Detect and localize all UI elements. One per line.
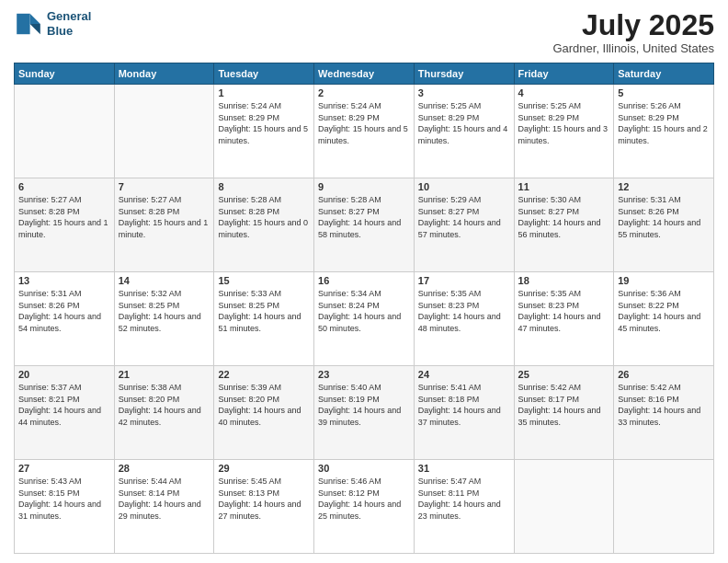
calendar-cell: 15Sunrise: 5:33 AM Sunset: 8:25 PM Dayli… [214, 272, 314, 366]
subtitle: Gardner, Illinois, United States [552, 41, 714, 55]
calendar-cell [514, 460, 614, 554]
calendar-cell: 9Sunrise: 5:28 AM Sunset: 8:27 PM Daylig… [314, 178, 415, 272]
cell-data: Sunrise: 5:26 AM Sunset: 8:29 PM Dayligh… [618, 100, 710, 146]
day-number: 26 [618, 369, 710, 380]
calendar-cell: 6Sunrise: 5:27 AM Sunset: 8:28 PM Daylig… [15, 178, 115, 272]
calendar-header-row: SundayMondayTuesdayWednesdayThursdayFrid… [15, 63, 714, 85]
day-number: 11 [518, 181, 610, 192]
calendar-cell: 5Sunrise: 5:26 AM Sunset: 8:29 PM Daylig… [614, 85, 714, 178]
calendar-cell: 30Sunrise: 5:46 AM Sunset: 8:12 PM Dayli… [314, 460, 415, 554]
cell-data: Sunrise: 5:31 AM Sunset: 8:26 PM Dayligh… [618, 194, 710, 240]
cell-data: Sunrise: 5:39 AM Sunset: 8:20 PM Dayligh… [218, 382, 310, 428]
day-number: 13 [18, 275, 110, 286]
day-number: 8 [218, 181, 310, 192]
day-header-saturday: Saturday [614, 63, 714, 85]
day-number: 12 [618, 181, 710, 192]
day-number: 7 [119, 181, 210, 192]
calendar-cell: 26Sunrise: 5:42 AM Sunset: 8:16 PM Dayli… [614, 366, 714, 460]
calendar-cell [15, 85, 115, 178]
calendar-cell: 4Sunrise: 5:25 AM Sunset: 8:29 PM Daylig… [514, 85, 614, 178]
calendar-cell: 24Sunrise: 5:41 AM Sunset: 8:18 PM Dayli… [414, 366, 514, 460]
cell-data: Sunrise: 5:24 AM Sunset: 8:29 PM Dayligh… [218, 100, 310, 146]
calendar-week-3: 13Sunrise: 5:31 AM Sunset: 8:26 PM Dayli… [15, 272, 714, 366]
main-title: July 2025 [552, 9, 714, 41]
calendar-week-4: 20Sunrise: 5:37 AM Sunset: 8:21 PM Dayli… [15, 366, 714, 460]
day-header-thursday: Thursday [414, 63, 514, 85]
cell-data: Sunrise: 5:27 AM Sunset: 8:28 PM Dayligh… [119, 194, 210, 240]
day-number: 14 [119, 275, 210, 286]
svg-rect-2 [17, 14, 29, 34]
cell-data: Sunrise: 5:28 AM Sunset: 8:27 PM Dayligh… [318, 194, 410, 240]
day-header-sunday: Sunday [15, 63, 115, 85]
day-number: 20 [18, 369, 110, 380]
day-number: 29 [218, 463, 310, 474]
logo-line2: Blue [47, 24, 91, 39]
day-number: 24 [418, 369, 510, 380]
cell-data: Sunrise: 5:25 AM Sunset: 8:29 PM Dayligh… [418, 100, 510, 146]
day-number: 17 [418, 275, 510, 286]
day-number: 25 [518, 369, 610, 380]
day-number: 19 [618, 275, 710, 286]
day-number: 9 [318, 181, 410, 192]
cell-data: Sunrise: 5:24 AM Sunset: 8:29 PM Dayligh… [318, 100, 410, 146]
calendar-cell: 18Sunrise: 5:35 AM Sunset: 8:23 PM Dayli… [514, 272, 614, 366]
day-number: 31 [418, 463, 510, 474]
calendar-cell: 7Sunrise: 5:27 AM Sunset: 8:28 PM Daylig… [114, 178, 214, 272]
calendar-cell: 13Sunrise: 5:31 AM Sunset: 8:26 PM Dayli… [15, 272, 115, 366]
calendar-cell: 16Sunrise: 5:34 AM Sunset: 8:24 PM Dayli… [314, 272, 415, 366]
day-header-wednesday: Wednesday [314, 63, 415, 85]
calendar-cell: 8Sunrise: 5:28 AM Sunset: 8:28 PM Daylig… [214, 178, 314, 272]
cell-data: Sunrise: 5:27 AM Sunset: 8:28 PM Dayligh… [18, 194, 110, 240]
calendar-cell: 11Sunrise: 5:30 AM Sunset: 8:27 PM Dayli… [514, 178, 614, 272]
cell-data: Sunrise: 5:44 AM Sunset: 8:14 PM Dayligh… [119, 476, 210, 522]
calendar-cell: 10Sunrise: 5:29 AM Sunset: 8:27 PM Dayli… [414, 178, 514, 272]
calendar-cell: 25Sunrise: 5:42 AM Sunset: 8:17 PM Dayli… [514, 366, 614, 460]
calendar-cell: 3Sunrise: 5:25 AM Sunset: 8:29 PM Daylig… [414, 85, 514, 178]
day-number: 22 [218, 369, 310, 380]
calendar-cell: 14Sunrise: 5:32 AM Sunset: 8:25 PM Dayli… [114, 272, 214, 366]
title-block: July 2025 Gardner, Illinois, United Stat… [552, 9, 714, 55]
day-number: 23 [318, 369, 410, 380]
calendar-cell: 23Sunrise: 5:40 AM Sunset: 8:19 PM Dayli… [314, 366, 415, 460]
calendar-cell: 27Sunrise: 5:43 AM Sunset: 8:15 PM Dayli… [15, 460, 115, 554]
calendar-cell: 17Sunrise: 5:35 AM Sunset: 8:23 PM Dayli… [414, 272, 514, 366]
day-number: 1 [218, 87, 310, 98]
cell-data: Sunrise: 5:40 AM Sunset: 8:19 PM Dayligh… [318, 382, 410, 428]
cell-data: Sunrise: 5:31 AM Sunset: 8:26 PM Dayligh… [18, 288, 110, 334]
cell-data: Sunrise: 5:42 AM Sunset: 8:17 PM Dayligh… [518, 382, 610, 428]
cell-data: Sunrise: 5:35 AM Sunset: 8:23 PM Dayligh… [518, 288, 610, 334]
cell-data: Sunrise: 5:28 AM Sunset: 8:28 PM Dayligh… [218, 194, 310, 240]
calendar-cell: 19Sunrise: 5:36 AM Sunset: 8:22 PM Dayli… [614, 272, 714, 366]
day-number: 15 [218, 275, 310, 286]
logo: General Blue [14, 9, 91, 39]
calendar-week-5: 27Sunrise: 5:43 AM Sunset: 8:15 PM Dayli… [15, 460, 714, 554]
cell-data: Sunrise: 5:41 AM Sunset: 8:18 PM Dayligh… [418, 382, 510, 428]
cell-data: Sunrise: 5:36 AM Sunset: 8:22 PM Dayligh… [618, 288, 710, 334]
day-number: 5 [618, 87, 710, 98]
day-number: 10 [418, 181, 510, 192]
day-number: 30 [318, 463, 410, 474]
cell-data: Sunrise: 5:46 AM Sunset: 8:12 PM Dayligh… [318, 476, 410, 522]
cell-data: Sunrise: 5:37 AM Sunset: 8:21 PM Dayligh… [18, 382, 110, 428]
cell-data: Sunrise: 5:38 AM Sunset: 8:20 PM Dayligh… [119, 382, 210, 428]
cell-data: Sunrise: 5:29 AM Sunset: 8:27 PM Dayligh… [418, 194, 510, 240]
logo-line1: General [47, 9, 91, 24]
cell-data: Sunrise: 5:43 AM Sunset: 8:15 PM Dayligh… [18, 476, 110, 522]
logo-text: General Blue [47, 9, 91, 38]
day-number: 2 [318, 87, 410, 98]
cell-data: Sunrise: 5:45 AM Sunset: 8:13 PM Dayligh… [218, 476, 310, 522]
day-number: 18 [518, 275, 610, 286]
svg-marker-1 [30, 24, 40, 34]
cell-data: Sunrise: 5:33 AM Sunset: 8:25 PM Dayligh… [218, 288, 310, 334]
day-number: 4 [518, 87, 610, 98]
calendar-cell: 1Sunrise: 5:24 AM Sunset: 8:29 PM Daylig… [214, 85, 314, 178]
logo-icon [14, 9, 43, 39]
day-header-friday: Friday [514, 63, 614, 85]
cell-data: Sunrise: 5:42 AM Sunset: 8:16 PM Dayligh… [618, 382, 710, 428]
calendar-week-1: 1Sunrise: 5:24 AM Sunset: 8:29 PM Daylig… [15, 85, 714, 178]
calendar-week-2: 6Sunrise: 5:27 AM Sunset: 8:28 PM Daylig… [15, 178, 714, 272]
day-number: 27 [18, 463, 110, 474]
calendar-cell: 28Sunrise: 5:44 AM Sunset: 8:14 PM Dayli… [114, 460, 214, 554]
calendar-cell: 21Sunrise: 5:38 AM Sunset: 8:20 PM Dayli… [114, 366, 214, 460]
cell-data: Sunrise: 5:25 AM Sunset: 8:29 PM Dayligh… [518, 100, 610, 146]
